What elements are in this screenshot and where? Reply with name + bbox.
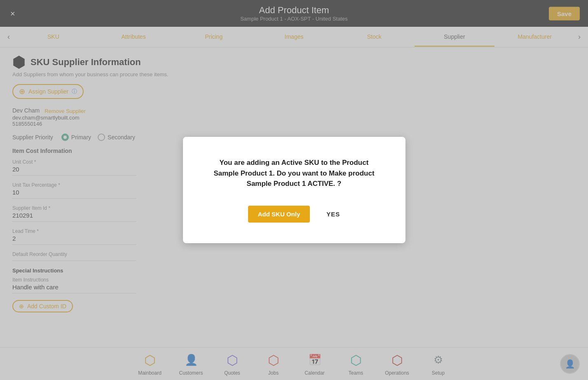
dialog: You are adding an Active SKU to the Prod… <box>183 137 405 243</box>
add-sku-only-button[interactable]: Add SKU Only <box>248 206 310 223</box>
dialog-overlay: You are adding an Active SKU to the Prod… <box>0 0 588 380</box>
yes-button[interactable]: YES <box>326 211 340 218</box>
dialog-actions: Add SKU Only YES <box>208 206 381 223</box>
dialog-message: You are adding an Active SKU to the Prod… <box>208 157 381 189</box>
